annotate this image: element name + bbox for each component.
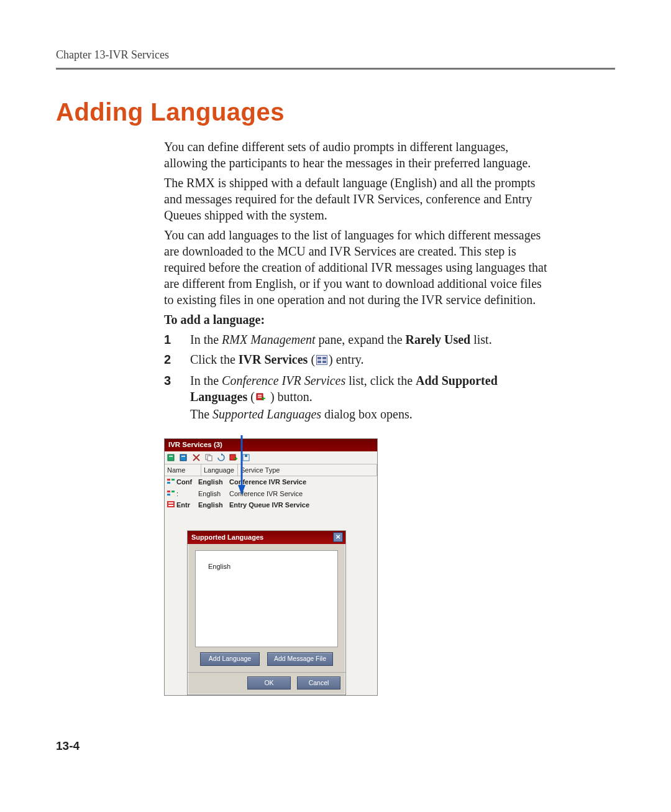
svg-rect-9 — [263, 397, 264, 400]
svg-rect-25 — [167, 482, 170, 484]
panel-title: IVR Services (3) — [165, 439, 377, 451]
conf-row-icon — [167, 489, 175, 498]
procedure-heading: To add a language: — [164, 311, 549, 328]
table-row[interactable]: : English Conference IVR Service — [165, 488, 377, 499]
paragraph: You can define different sets of audio p… — [164, 139, 549, 171]
svg-rect-29 — [167, 501, 175, 507]
svg-rect-24 — [171, 479, 175, 481]
delete-icon[interactable] — [192, 453, 201, 462]
refresh-icon[interactable] — [217, 453, 226, 462]
panel-toolbar — [165, 451, 377, 464]
add-language-button[interactable]: Add Language — [200, 652, 260, 666]
dialog-titlebar: Supported Languages ✕ — [188, 531, 345, 544]
svg-rect-28 — [167, 494, 170, 496]
svg-rect-18 — [230, 454, 235, 460]
ivr-services-panel: IVR Services (3) Name Language Service T… — [164, 438, 378, 696]
col-language[interactable]: Language — [201, 464, 238, 476]
step-number: 3 — [164, 372, 190, 422]
svg-rect-4 — [322, 361, 326, 363]
svg-rect-30 — [168, 502, 173, 504]
step-number: 2 — [164, 351, 190, 369]
running-head: Chapter 13-IVR Services — [56, 48, 615, 70]
svg-rect-17 — [208, 456, 212, 461]
step-text: In the RMX Management pane, expand the R… — [190, 331, 492, 348]
svg-rect-12 — [180, 454, 186, 461]
close-icon[interactable]: ✕ — [333, 532, 343, 542]
step-item: 2 Click the IVR Services ( ) entry. — [164, 351, 549, 369]
add-languages-toolbar-icon[interactable] — [229, 453, 238, 462]
step-text: In the Conference IVR Services list, cli… — [190, 372, 549, 422]
table-row[interactable]: Entr English Entry Queue IVR Service — [165, 499, 377, 510]
svg-rect-13 — [181, 456, 185, 457]
step-text: Click the IVR Services ( ) entry. — [190, 351, 364, 369]
col-name[interactable]: Name — [165, 464, 201, 476]
svg-rect-27 — [171, 491, 175, 492]
paragraph: The RMX is shipped with a default langua… — [164, 175, 549, 223]
svg-rect-3 — [317, 361, 321, 363]
step-item: 1 In the RMX Management pane, expand the… — [164, 331, 549, 348]
svg-rect-26 — [167, 491, 170, 492]
conf-row-icon — [167, 478, 175, 486]
svg-rect-2 — [322, 357, 326, 359]
svg-rect-31 — [168, 505, 173, 506]
col-service-type[interactable]: Service Type — [238, 464, 377, 476]
table-row[interactable]: Conf English Conference IVR Service — [165, 476, 377, 487]
figure: IVR Services (3) Name Language Service T… — [164, 438, 549, 696]
svg-rect-6 — [258, 395, 262, 396]
page: Chapter 13-IVR Services Adding Languages… — [0, 0, 671, 790]
svg-rect-23 — [167, 479, 170, 481]
svg-rect-0 — [317, 356, 327, 365]
dialog-title: Supported Languages — [191, 533, 263, 542]
new-conf-ivr-icon[interactable] — [167, 453, 176, 462]
svg-rect-22 — [245, 454, 247, 457]
svg-rect-10 — [168, 454, 174, 461]
svg-rect-1 — [317, 357, 321, 359]
list-item[interactable]: English — [199, 553, 334, 571]
body-text: You can define different sets of audio p… — [164, 139, 549, 696]
step-item: 3 In the Conference IVR Services list, c… — [164, 372, 549, 422]
entry-row-icon — [167, 501, 175, 509]
page-title: Adding Languages — [56, 98, 615, 126]
svg-rect-20 — [235, 457, 237, 460]
paragraph: You can add languages to the list of lan… — [164, 227, 549, 308]
table-header: Name Language Service Type — [165, 464, 377, 476]
step-number: 1 — [164, 331, 190, 348]
copy-icon[interactable] — [204, 453, 213, 462]
svg-rect-11 — [169, 456, 173, 457]
new-eq-ivr-icon[interactable] — [180, 453, 188, 462]
add-message-file-button[interactable]: Add Message File — [267, 652, 333, 666]
svg-rect-7 — [258, 397, 262, 398]
cancel-button[interactable]: Cancel — [297, 676, 340, 690]
step-list: 1 In the RMX Management pane, expand the… — [164, 331, 549, 422]
supported-languages-dialog: Supported Languages ✕ English Add Langua… — [187, 530, 346, 695]
add-languages-icon — [256, 390, 266, 406]
ivr-services-icon — [316, 353, 327, 369]
ok-button[interactable]: OK — [247, 676, 291, 690]
replace-files-icon[interactable] — [242, 453, 250, 462]
page-number: 13-4 — [56, 739, 615, 753]
languages-list[interactable]: English — [195, 550, 338, 647]
